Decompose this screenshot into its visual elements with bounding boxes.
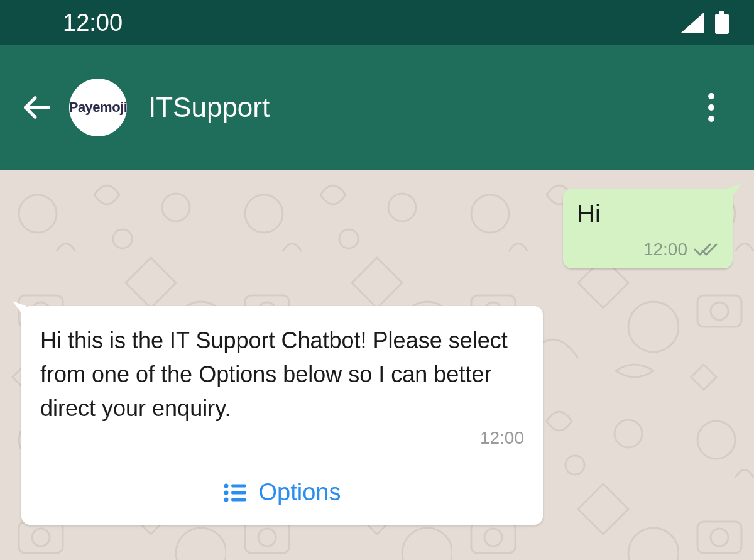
battery-icon xyxy=(715,11,729,34)
incoming-message[interactable]: Hi this is the IT Support Chatbot! Pleas… xyxy=(21,306,543,525)
options-label: Options xyxy=(259,479,341,506)
more-vert-icon xyxy=(708,92,715,123)
svg-point-4 xyxy=(708,93,714,99)
android-status-bar: 12:00 xyxy=(0,0,754,45)
message-text: Hi xyxy=(577,200,719,228)
more-options-button[interactable] xyxy=(694,90,729,125)
svg-rect-17 xyxy=(231,491,246,494)
chat-area[interactable]: Hi 12:00 Hi this is the IT Support Chatb… xyxy=(0,170,754,560)
svg-rect-2 xyxy=(715,14,729,34)
svg-rect-18 xyxy=(231,498,246,501)
svg-point-14 xyxy=(224,490,228,495)
message-text: Hi this is the IT Support Chatbot! Pleas… xyxy=(40,327,508,421)
signal-icon xyxy=(681,13,704,33)
message-time: 12:00 xyxy=(643,239,687,260)
outgoing-message[interactable]: Hi 12:00 xyxy=(563,189,733,268)
svg-rect-1 xyxy=(719,11,724,14)
status-icons xyxy=(681,11,729,34)
svg-point-6 xyxy=(708,116,714,122)
list-icon xyxy=(224,483,246,502)
svg-point-5 xyxy=(708,104,714,111)
back-button[interactable] xyxy=(19,90,54,125)
avatar-text: Payemoji xyxy=(69,99,128,116)
svg-marker-0 xyxy=(681,13,704,33)
svg-point-13 xyxy=(224,483,228,488)
options-button[interactable]: Options xyxy=(21,461,543,525)
chat-title[interactable]: ITSupport xyxy=(148,92,270,123)
svg-rect-16 xyxy=(231,484,246,487)
status-time: 12:00 xyxy=(63,9,123,36)
read-receipt-icon xyxy=(694,242,719,257)
avatar[interactable]: Payemoji xyxy=(69,79,127,136)
svg-point-15 xyxy=(224,497,228,502)
chat-app-bar: Payemoji ITSupport xyxy=(0,45,754,170)
message-time: 12:00 xyxy=(40,428,524,448)
